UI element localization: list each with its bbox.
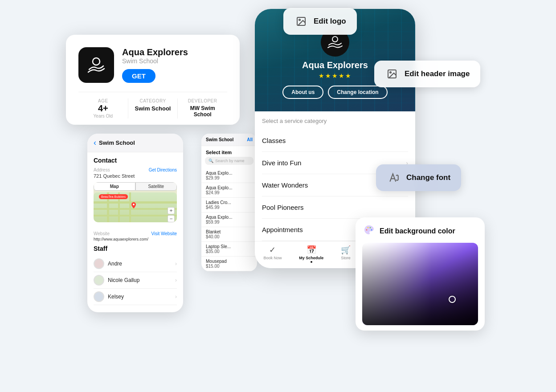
svg-point-7 <box>366 229 368 231</box>
image-icon <box>294 14 308 29</box>
search-placeholder: Search by name <box>215 159 245 163</box>
visit-website-link[interactable]: Visit Website <box>151 231 177 236</box>
contact-section: Contact Address Get Directions 721 Quebe… <box>87 152 183 231</box>
appstore-card: Aqua Explorers Swim School GET AGE 4+ Ye… <box>66 35 240 125</box>
website-url: http://www.aquaexplorers.com/ <box>94 237 177 241</box>
item-price-5: $35.00 <box>206 249 253 254</box>
nav-book-icon: ✓ <box>269 245 276 255</box>
svg-point-9 <box>370 227 371 229</box>
staff-section: Staff Andre › Nicole Gallup › Kelsey › <box>87 245 183 305</box>
item-price-1: $24.99 <box>206 190 253 195</box>
appstore-header: Aqua Explorers Swim School GET <box>78 47 227 83</box>
svg-point-6 <box>390 72 391 73</box>
address-label: Address <box>94 167 110 172</box>
staff-chevron-0: › <box>175 261 177 267</box>
item-name-5: Laptop Sle... <box>206 244 253 249</box>
stat-category-label: CATEGORY <box>132 98 174 103</box>
website-row: Website Visit Website <box>94 231 177 236</box>
website-label: Website <box>94 231 110 236</box>
nav-active-dot <box>311 261 312 263</box>
zoom-in-button[interactable]: + <box>168 207 175 214</box>
svg-point-8 <box>368 227 369 229</box>
nav-book-now[interactable]: ✓ Book Now <box>263 245 282 263</box>
phone-right: Swim School All Select item 🔍 Search by … <box>201 134 257 271</box>
staff-name-0: Andre <box>108 261 175 267</box>
staff-row-2[interactable]: Kelsey › <box>94 289 177 305</box>
zoom-out-button[interactable]: − <box>168 215 175 222</box>
service-name-pool: Pool Pioneers <box>262 204 408 211</box>
change-location-button[interactable]: Change location <box>328 86 387 99</box>
staff-label: Staff <box>94 245 177 252</box>
edit-header-label: Edit header image <box>405 69 470 78</box>
edit-header-button[interactable]: Edit header image <box>374 61 480 87</box>
map-tab-map[interactable]: Map <box>94 182 135 191</box>
app-subtitle: Swim School <box>122 57 188 65</box>
svg-point-0 <box>93 58 100 65</box>
app-icon <box>78 47 114 83</box>
nav-store-label: Store <box>341 256 351 260</box>
phone-left: ‹ Swim School Contact Address Get Direct… <box>87 134 183 312</box>
get-directions-link[interactable]: Get Directions <box>149 167 177 172</box>
address-row: Address Get Directions <box>94 167 177 172</box>
change-font-button[interactable]: Change font <box>376 164 461 191</box>
map-box: Map Satellite BeauTea Bubbles + <box>94 182 177 222</box>
nav-store-icon: 🛒 <box>341 245 351 255</box>
item-row-2[interactable]: Ladies Cro... $45.99 <box>201 198 257 212</box>
stat-developer-value: MW Swim School <box>181 103 224 118</box>
color-picker-cursor <box>449 296 456 303</box>
nav-my-schedule[interactable]: 📅 My Schedule <box>299 245 323 263</box>
item-name-6: Mousepad <box>206 259 253 264</box>
stat-category: CATEGORY Swim School <box>128 98 178 118</box>
item-name-4: Blanket <box>206 229 253 234</box>
staff-name-2: Kelsey <box>108 294 175 300</box>
phone-left-title: Swim School <box>99 139 135 146</box>
service-name-classes: Classes <box>262 137 408 144</box>
staff-row-0[interactable]: Andre › <box>94 256 177 272</box>
item-name-2: Ladies Cro... <box>206 200 253 205</box>
stat-age-value: 4+ <box>82 103 124 114</box>
color-gradient[interactable] <box>362 243 478 325</box>
address-text: 721 Quebec Street <box>94 173 177 179</box>
color-picker-title: Edit background color <box>380 227 455 235</box>
edit-logo-button[interactable]: Edit logo <box>283 8 357 35</box>
item-row-3[interactable]: Aqua Explo... $59.99 <box>201 212 257 227</box>
stat-age: AGE 4+ Years Old <box>78 98 128 118</box>
item-row-1[interactable]: Aqua Explo... $24.99 <box>201 183 257 198</box>
color-picker-icon <box>364 225 374 237</box>
svg-point-1 <box>133 204 135 205</box>
item-row-4[interactable]: Blanket $40.00 <box>201 227 257 242</box>
about-us-button[interactable]: About us <box>282 86 323 99</box>
search-icon: 🔍 <box>208 159 213 163</box>
service-section-title: Select a service category <box>262 118 408 124</box>
image-header-icon <box>385 67 399 81</box>
service-item-pool[interactable]: Pool Pioneers <box>262 196 408 219</box>
map-tab-satellite[interactable]: Satellite <box>135 182 177 191</box>
item-price-2: $45.99 <box>206 205 253 210</box>
item-row-6[interactable]: Mousepad $15.00 <box>201 257 257 271</box>
phone-right-title: Swim School <box>206 137 233 142</box>
stat-age-sub: Years Old <box>82 114 124 118</box>
svg-point-2 <box>332 37 338 42</box>
back-icon[interactable]: ‹ <box>94 138 96 147</box>
staff-row-1[interactable]: Nicole Gallup › <box>94 272 177 289</box>
color-picker-card: Edit background color <box>356 217 485 331</box>
item-row-5[interactable]: Laptop Sle... $35.00 <box>201 242 257 257</box>
all-link[interactable]: All <box>247 137 253 142</box>
item-price-6: $15.00 <box>206 264 253 269</box>
nav-schedule-icon: 📅 <box>307 245 316 255</box>
item-row-0[interactable]: Aqua Explo... $29.99 <box>201 168 257 183</box>
item-price-3: $59.99 <box>206 220 253 225</box>
search-bar-mini[interactable]: 🔍 Search by name <box>205 157 253 165</box>
service-item-classes[interactable]: Classes <box>262 130 408 152</box>
get-button[interactable]: GET <box>122 69 155 83</box>
map-zoom: + − <box>168 207 175 222</box>
svg-point-4 <box>299 19 300 20</box>
item-name-1: Aqua Explo... <box>206 185 253 190</box>
hero-buttons: About us Change location <box>255 86 415 99</box>
stat-age-label: AGE <box>82 98 124 103</box>
map-bubble: BeauTea Bubbles <box>99 194 128 199</box>
nav-schedule-label: My Schedule <box>299 256 323 260</box>
change-font-label: Change font <box>406 173 450 182</box>
stat-developer: DEVELOPER MW Swim School <box>178 98 227 118</box>
nav-store[interactable]: 🛒 Store <box>341 245 351 263</box>
